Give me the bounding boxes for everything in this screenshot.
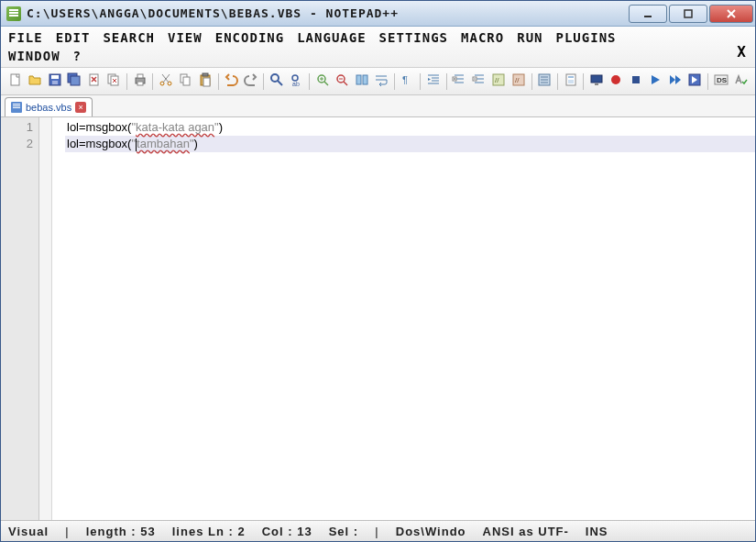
toolbar-spell[interactable] [731,72,749,92]
copy-icon [178,72,192,91]
fold-icon [452,72,466,91]
toolbar-separator [420,73,421,90]
toolbar-separator [309,73,310,90]
editor-area: 12 lol=msgbox("kata-kata agan")lol=msgbo… [1,117,755,521]
toolbar-wrap[interactable] [373,72,390,92]
toolbar-replace[interactable]: ab [288,72,305,92]
code-area[interactable]: lol=msgbox("kata-kata agan")lol=msgbox("… [65,117,755,520]
indent-icon [426,72,441,91]
sync-icon [355,72,369,91]
toolbar-doc-map[interactable] [562,72,579,92]
svg-point-73 [611,75,620,84]
toolbar-separator [263,73,264,90]
toolbar-fold[interactable] [451,72,468,92]
status-bar: Visual | length : 53 lines Ln : 2 Col : … [1,521,755,541]
svg-point-29 [271,74,279,82]
toolbar-zoom-out[interactable] [334,72,351,92]
toolbar-cut[interactable] [157,72,174,92]
toolbar-redo[interactable] [242,72,259,92]
title-bar[interactable]: C:\USERS\ANGGA\DOCUMENTS\BEBAS.VBS - NOT… [1,1,755,27]
status-col-value: 13 [297,525,312,538]
toolbar-save-all[interactable] [65,72,82,92]
svg-rect-27 [203,73,208,76]
toolbar-copy[interactable] [177,72,194,92]
svg-line-39 [344,82,347,85]
fold-margin[interactable] [39,117,52,520]
toolbar-close[interactable] [85,72,103,92]
svg-rect-40 [356,75,361,84]
svg-rect-25 [183,77,190,85]
toolbar-all-chars[interactable]: ¶ [399,72,416,92]
tab-close-button[interactable]: × [75,102,86,113]
zoom-in-icon [315,72,330,91]
toolbar-save-macro[interactable] [686,72,704,92]
toolbar-stop[interactable] [627,72,644,92]
record-icon [608,72,623,91]
app-window: C:\USERS\ANGGA\DOCUMENTS\BEBAS.VBS - NOT… [0,0,756,542]
status-sel-label: Sel : [329,525,358,538]
code-line-2[interactable]: lol=msgbox("tambahan") [65,136,755,152]
status-length-label: length : [86,525,137,538]
menu-view[interactable]: VIEW [168,30,203,45]
svg-line-22 [163,74,170,83]
toolbar-unfold[interactable] [470,72,488,92]
menu-edit[interactable]: EDIT [56,30,91,45]
menu-search[interactable]: SEARCH [103,30,155,45]
toolbar-uncomment[interactable]: // [509,72,527,92]
all-chars-icon: ¶ [400,72,415,91]
toolbar-sync[interactable] [353,72,370,92]
toolbar-new[interactable] [6,72,24,92]
toolbar-open[interactable] [26,72,43,92]
menu-encoding[interactable]: ENCODING [215,30,284,45]
func-list-icon [537,72,552,91]
toolbar-ds[interactable]: DS [712,72,729,92]
tab-bebas-vbs[interactable]: bebas.vbs × [5,97,93,116]
line-number-gutter: 12 [1,117,39,520]
toolbar-monitor[interactable] [587,72,605,92]
menu-help[interactable]: ? [73,49,82,63]
menu-window[interactable]: WINDOW [8,49,60,63]
toolbar-record[interactable] [608,72,625,92]
open-icon [27,72,42,91]
toolbar-undo[interactable] [222,72,239,92]
toolbar-print[interactable] [131,72,148,92]
toolbar-find[interactable] [268,72,285,92]
menu-run[interactable]: RUN [517,30,542,45]
maximize-button[interactable] [669,5,707,23]
toolbar-paste[interactable] [196,72,214,92]
toolbar-play[interactable] [647,72,664,92]
menu-macro[interactable]: MACRO [461,30,504,45]
toolbar-close-all[interactable] [104,72,122,92]
status-os: Dos\Windo [396,525,466,538]
toolbar-separator [446,73,447,90]
close-button[interactable] [709,5,753,23]
mdi-close-button[interactable]: X [737,43,746,61]
svg-rect-4 [11,74,19,85]
toolbar-save[interactable] [46,72,63,92]
menu-settings[interactable]: SETTINGS [379,30,448,45]
svg-rect-6 [51,75,59,79]
toolbar-func-list[interactable] [536,72,553,92]
toolbar-play-multi[interactable] [666,72,684,92]
spell-icon [733,72,748,91]
menu-language[interactable]: LANGUAGE [297,30,366,45]
code-line-1[interactable]: lol=msgbox("kata-kata agan") [65,119,755,136]
menu-plugins[interactable]: PLUGINS [556,30,617,45]
marker-margin [52,117,65,520]
app-icon [6,6,21,21]
toolbar-indent[interactable] [424,72,442,92]
print-icon [133,72,148,91]
tab-bar: bebas.vbs × [1,95,755,117]
svg-rect-28 [203,78,210,86]
toolbar-comment[interactable]: // [490,72,508,92]
play-icon [648,72,663,91]
status-insert-mode: INS [586,525,608,538]
minimize-button[interactable] [629,5,667,23]
menu-file[interactable]: FILE [8,30,43,45]
comment-icon: // [491,72,506,91]
svg-rect-18 [137,74,143,78]
svg-line-23 [162,74,169,83]
toolbar-zoom-in[interactable] [313,72,331,92]
uncomment-icon: // [511,72,526,91]
ds-icon: DS [714,72,729,91]
